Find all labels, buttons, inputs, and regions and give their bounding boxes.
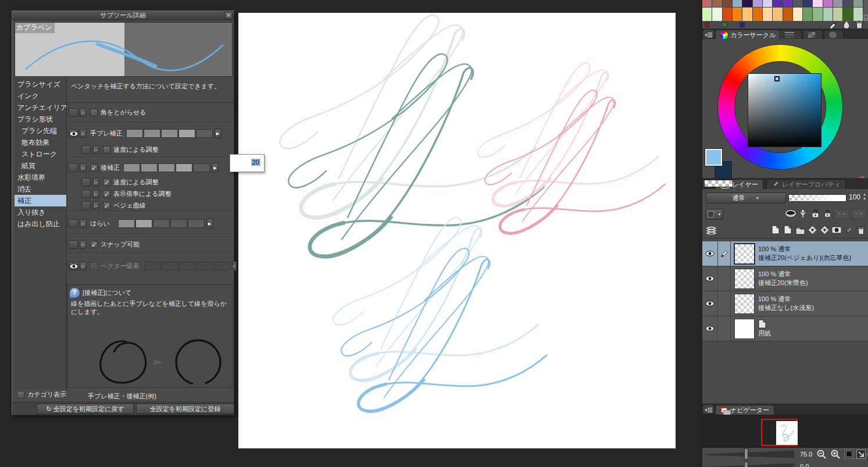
- layer-visibility-toggle[interactable]: [702, 266, 718, 291]
- new-folder-icon[interactable]: [795, 225, 805, 235]
- sv-marker[interactable]: [774, 76, 780, 81]
- register-defaults-button[interactable]: 全設定を初期設定に登録: [136, 404, 234, 414]
- flyout-icon[interactable]: ▷: [80, 108, 87, 117]
- dynamics-toggle[interactable]: [69, 163, 78, 172]
- stabilization-slider[interactable]: [126, 129, 213, 138]
- layer-name[interactable]: 用紙: [758, 329, 771, 338]
- palette-swatch[interactable]: [702, 8, 712, 21]
- palette-swatch[interactable]: [813, 0, 823, 7]
- palette-swatch[interactable]: [853, 8, 863, 21]
- layer-thumbnail[interactable]: [734, 294, 755, 314]
- blend-mode-dropdown[interactable]: 通常 ▼: [706, 192, 786, 204]
- palette-swatch[interactable]: [803, 0, 813, 7]
- opacity-spinner[interactable]: ▲ ▼: [862, 192, 867, 201]
- category-display-checkbox[interactable]: [17, 391, 24, 398]
- layer-visibility-toggle[interactable]: [702, 316, 718, 341]
- zoom-adjust-checkbox[interactable]: ✓: [103, 190, 110, 198]
- new-layer-icon[interactable]: [770, 225, 781, 235]
- new-vector-layer-icon[interactable]: [783, 225, 793, 235]
- layer-row[interactable]: 用紙: [702, 316, 868, 341]
- panel-menu-icon[interactable]: [703, 30, 713, 38]
- flyout-icon[interactable]: ▷: [80, 219, 87, 228]
- palette-swatch[interactable]: [763, 8, 773, 21]
- palette-swatch[interactable]: [793, 8, 803, 21]
- layer-thumbnail[interactable]: [734, 244, 755, 264]
- panel-menu-icon[interactable]: [703, 405, 713, 413]
- palette-swatch[interactable]: [813, 8, 823, 21]
- slider-expand-icon[interactable]: ▶: [206, 219, 213, 229]
- palette-scrollbar[interactable]: ▼: [863, 0, 868, 21]
- quick-swatch-green[interactable]: [722, 22, 727, 27]
- post-correction-slider[interactable]: [123, 163, 210, 172]
- category-erase[interactable]: 消去: [15, 183, 66, 195]
- category-antialias[interactable]: アンチエイリアス: [15, 102, 66, 113]
- dynamics-toggle[interactable]: [81, 201, 91, 210]
- flyout-icon[interactable]: ▷: [92, 201, 99, 210]
- palette-swatch[interactable]: [773, 0, 783, 7]
- flyout-icon[interactable]: ▷: [92, 178, 99, 187]
- dynamics-toggle[interactable]: [81, 190, 91, 198]
- flyout-icon[interactable]: ▷: [80, 240, 87, 249]
- stabilization-dynamics-toggle[interactable]: [69, 129, 78, 138]
- palette-swatch[interactable]: [843, 0, 853, 7]
- rotate-slider-handle[interactable]: [744, 462, 748, 467]
- palette-swatch[interactable]: [712, 8, 722, 21]
- dynamics-toggle[interactable]: [69, 240, 78, 249]
- category-ink[interactable]: インク: [15, 90, 66, 102]
- opacity-slider[interactable]: [788, 194, 846, 202]
- palette-color-dropdown[interactable]: ▼: [706, 209, 723, 220]
- dynamics-toggle[interactable]: [81, 145, 91, 154]
- dynamics-toggle[interactable]: [69, 108, 78, 117]
- palette-swatch[interactable]: [742, 8, 752, 21]
- saturation-value-square[interactable]: [748, 73, 821, 147]
- post-correction-value-popup[interactable]: 20: [230, 154, 265, 172]
- speed-adjust-checkbox[interactable]: ✓: [103, 179, 110, 186]
- zoom-out-icon[interactable]: [816, 449, 826, 459]
- quick-swatch-blue[interactable]: [740, 22, 745, 27]
- category-display-toggle[interactable]: カテゴリ表示: [17, 390, 66, 399]
- layer-row[interactable]: 100 % 通常 後補正20(朱鷺色): [702, 266, 868, 291]
- palette-swatch[interactable]: [843, 8, 853, 21]
- zoom-100-icon[interactable]: [844, 449, 854, 459]
- palette-swatch[interactable]: [853, 0, 863, 7]
- reset-defaults-button[interactable]: ↻ 全設定を初期設定に戻す: [37, 404, 134, 414]
- category-spraying[interactable]: 散布効果: [15, 137, 66, 148]
- layer-name[interactable]: 後補正20(朱鷺色): [758, 279, 808, 287]
- layer-thumbnail[interactable]: [734, 319, 755, 339]
- flyout-icon[interactable]: ▷: [80, 163, 87, 172]
- canvas[interactable]: [238, 13, 676, 448]
- category-stroke[interactable]: ストローク: [15, 148, 66, 160]
- layer-row[interactable]: 100 % 通常 後補正20(ベジェあり)(勿忘草色): [702, 241, 868, 266]
- palette-swatch[interactable]: [783, 0, 793, 7]
- palette-swatch[interactable]: [833, 8, 843, 21]
- layer-name[interactable]: 後補正なし(水浅葱): [758, 304, 814, 312]
- category-brush-tip[interactable]: ブラシ先端: [15, 125, 66, 137]
- vector-snap-dynamics-toggle[interactable]: [69, 262, 78, 270]
- spin-down-icon[interactable]: ▼: [862, 197, 867, 201]
- layer-row[interactable]: 100 % 通常 後補正なし(水浅葱): [702, 291, 868, 316]
- main-color-swatch[interactable]: [705, 149, 722, 166]
- palette-swatch[interactable]: [723, 0, 733, 7]
- palette-swatch[interactable]: [702, 0, 712, 7]
- category-brush-size[interactable]: ブラシサイズ: [15, 79, 66, 90]
- dynamics-toggle[interactable]: [69, 219, 78, 228]
- zoom-slider-handle[interactable]: [744, 448, 748, 459]
- flyout-icon[interactable]: ▷: [80, 262, 87, 270]
- fit-screen-icon[interactable]: [856, 449, 866, 459]
- layer-visibility-toggle[interactable]: [702, 291, 718, 316]
- tab-navigator[interactable]: ナビゲーター: [715, 405, 774, 415]
- panel-titlebar[interactable]: サブツール詳細: [12, 11, 234, 20]
- snap-checkbox[interactable]: ✓: [90, 241, 98, 248]
- tab-approx-color[interactable]: [824, 30, 844, 40]
- tab-layer-property[interactable]: レイヤープロパティ: [766, 179, 846, 189]
- palette-swatch[interactable]: [783, 8, 793, 21]
- slider-expand-icon[interactable]: ▶: [212, 163, 219, 173]
- delete-layer-icon[interactable]: [856, 225, 866, 235]
- category-watercolor-edge[interactable]: 水彩境界: [15, 172, 66, 183]
- harai-slider[interactable]: [118, 219, 205, 228]
- palette-swatch[interactable]: [793, 0, 803, 7]
- speed-adjust-checkbox[interactable]: [103, 146, 110, 154]
- close-icon[interactable]: ×: [224, 12, 233, 19]
- palette-swatch[interactable]: [733, 8, 742, 21]
- layer-name[interactable]: 後補正20(ベジェあり)(勿忘草色): [758, 254, 851, 262]
